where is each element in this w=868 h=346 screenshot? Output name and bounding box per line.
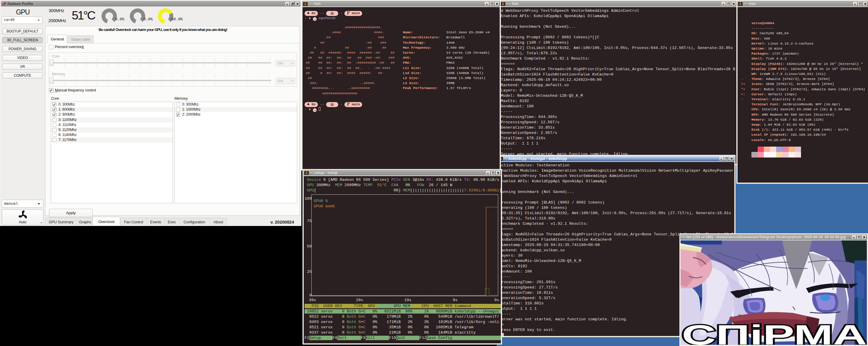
svg-text:СПіРМА: СПіРМА [682,319,867,345]
